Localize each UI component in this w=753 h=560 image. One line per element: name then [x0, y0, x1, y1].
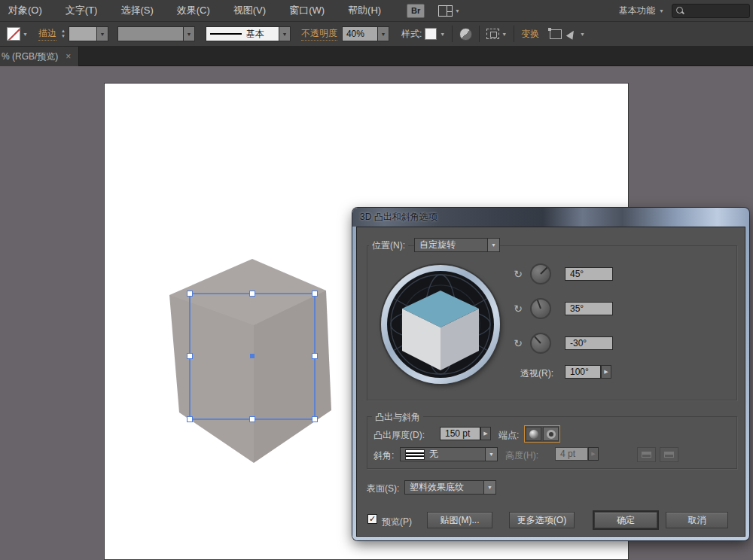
bevel-extent-in-icon: [664, 452, 674, 458]
search-input[interactable]: [672, 4, 750, 18]
arrange-documents-icon: [438, 5, 453, 17]
chevron-down-icon: ▼: [489, 452, 494, 457]
map-art-button[interactable]: 贴图(M)...: [427, 512, 492, 528]
position-dropdown[interactable]: 自定旋转 ▼: [414, 238, 500, 252]
rotate-z-icon: ↻: [511, 337, 526, 349]
preview-label: 预览(P): [382, 516, 412, 528]
perspective-label: 透视(R):: [520, 367, 553, 380]
bevel-height-slider-button: ▶: [588, 447, 599, 461]
select-options-icon[interactable]: [486, 29, 499, 39]
divider: [452, 26, 453, 42]
dialog-title-bar[interactable]: 3D 凸出和斜角选项: [352, 208, 749, 227]
control-bar: ▼ 描边 ▲ ▼ ▼ ▼ 基本 ▼ 不透明度 40% ▼ 样式:: [0, 21, 753, 47]
menu-item[interactable]: 文字(T): [57, 4, 106, 17]
bevel-dropdown[interactable]: 无 ▼: [400, 447, 498, 461]
3d-extrude-bevel-dialog: 3D 凸出和斜角选项 位置(N): 自定旋转 ▼: [352, 208, 749, 540]
preview-checkbox[interactable]: ✓: [367, 514, 377, 524]
cap-solid-icon: [529, 430, 538, 439]
workspace-label: 基本功能: [619, 5, 655, 17]
chevron-down-icon[interactable]: ▼: [23, 32, 28, 37]
chevron-down-icon: ▼: [455, 8, 460, 14]
perspective-field[interactable]: 100°: [565, 365, 601, 379]
menu-item[interactable]: 选择(S): [112, 4, 161, 17]
menu-item[interactable]: 帮助(H): [340, 4, 389, 17]
cancel-button[interactable]: 取消: [666, 512, 728, 528]
menu-bar: 对象(O)文字(T)选择(S)效果(C)视图(V)窗口(W)帮助(H) Br ▼…: [0, 0, 753, 21]
menu-item[interactable]: 视图(V): [225, 4, 274, 17]
check-icon: ✓: [369, 515, 376, 523]
bevel-extent-in-button: [660, 447, 678, 462]
bounding-box-icon[interactable]: [550, 29, 562, 39]
opacity-dropdown[interactable]: 40% ▼: [342, 26, 389, 41]
bevel-height-value: 4 pt: [560, 449, 575, 459]
position-label: 位置(N):: [369, 239, 408, 252]
cap-hollow-icon: [547, 430, 556, 439]
bevel-height-label: 高度(H):: [505, 449, 538, 462]
rotate-y-dial[interactable]: [530, 298, 551, 319]
flyout-arrow-icon: ▶: [483, 431, 487, 437]
width-profile-dropdown[interactable]: ▼: [117, 26, 195, 41]
chevron-down-icon: ▼: [491, 242, 496, 248]
stroke-link[interactable]: 描边: [38, 27, 56, 41]
style-swatch[interactable]: [425, 28, 437, 40]
document-tab[interactable]: % (RGB/预览) ×: [0, 47, 79, 66]
opacity-link[interactable]: 不透明度: [301, 27, 337, 41]
menu-item[interactable]: 效果(C): [169, 4, 218, 17]
extrude-depth-value: 150 pt: [445, 428, 470, 439]
recolor-artwork-icon[interactable]: [459, 28, 472, 41]
track-cube-sphere: [387, 271, 494, 378]
search-icon: [676, 7, 684, 15]
cap-solid-button[interactable]: [526, 427, 541, 441]
extrude-depth-field[interactable]: 150 pt: [440, 427, 480, 440]
menu-items: 对象(O)文字(T)选择(S)效果(C)视图(V)窗口(W)帮助(H): [0, 4, 396, 17]
flyout-arrow-icon: ▶: [591, 451, 595, 457]
extrude-depth-slider-button[interactable]: ▶: [480, 427, 491, 440]
bevel-preview-swatch: [405, 449, 425, 460]
chevron-down-icon: ▼: [99, 32, 105, 37]
rotate-y-icon: ↻: [511, 303, 526, 315]
chevron-down-icon: ▼: [659, 8, 664, 14]
stroke-weight-stepper[interactable]: ▲ ▼: [61, 29, 66, 38]
bevel-label: 斜角:: [373, 449, 394, 462]
style-label: 样式:: [401, 28, 422, 41]
more-options-button[interactable]: 更多选项(O): [509, 512, 575, 528]
rotate-x-dial[interactable]: [530, 263, 551, 285]
rotate-z-dial[interactable]: [530, 333, 551, 354]
brush-definition-dropdown[interactable]: 基本 ▼: [206, 26, 291, 41]
cap-label: 端点:: [498, 429, 519, 442]
fill-none-swatch[interactable]: [7, 27, 20, 41]
position-value: 自定旋转: [419, 239, 456, 251]
track-cube-widget[interactable]: [381, 265, 500, 384]
ok-button[interactable]: 确定: [594, 512, 657, 528]
surface-label: 表面(S):: [367, 482, 399, 495]
transform-link[interactable]: 变换: [521, 28, 539, 41]
menu-item[interactable]: 窗口(W): [281, 4, 333, 17]
rotate-y-field[interactable]: 35°: [565, 302, 613, 315]
menu-item[interactable]: 对象(O): [0, 4, 50, 17]
select-similar-icon[interactable]: [566, 29, 577, 40]
arrange-documents-button[interactable]: ▼: [438, 5, 460, 17]
stepper-up-icon: ▲: [61, 29, 66, 33]
dialog-title: 3D 凸出和斜角选项: [360, 211, 437, 224]
chevron-down-icon: ▼: [380, 32, 386, 37]
rotate-z-value: -30°: [570, 338, 587, 348]
stroke-weight-dropdown[interactable]: ▼: [69, 26, 108, 41]
bevel-extent-out-icon: [642, 452, 651, 458]
chevron-down-icon[interactable]: ▼: [440, 32, 445, 37]
chevron-down-icon[interactable]: ▼: [580, 32, 585, 37]
preview-cube: [402, 291, 479, 370]
rotate-x-field[interactable]: 45°: [565, 267, 613, 281]
surface-dropdown[interactable]: 塑料效果底纹 ▼: [404, 480, 496, 495]
rotate-z-field[interactable]: -30°: [565, 336, 613, 350]
cap-hollow-button[interactable]: [543, 427, 559, 441]
brush-stroke-preview: [210, 33, 242, 35]
chevron-down-icon[interactable]: ▼: [501, 32, 507, 37]
bridge-button[interactable]: Br: [407, 4, 425, 18]
chevron-down-icon: ▼: [487, 485, 492, 490]
chevron-down-icon: ▼: [186, 32, 191, 37]
close-icon[interactable]: ×: [66, 51, 71, 62]
workspace-switcher[interactable]: 基本功能 ▼: [619, 5, 664, 17]
rotate-x-icon: ↻: [511, 268, 526, 280]
document-tab-title: % (RGB/预览): [2, 50, 58, 63]
perspective-slider-button[interactable]: ▶: [601, 365, 611, 379]
